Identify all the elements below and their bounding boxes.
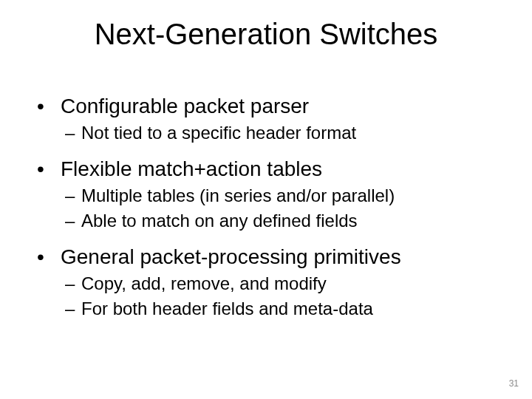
bullet-level2: – For both header fields and meta-data: [34, 298, 498, 320]
dash-icon: –: [65, 298, 81, 320]
bullet-level2: – Able to match on any defined fields: [34, 210, 498, 232]
bullet-text: Flexible match+action tables: [61, 156, 498, 182]
bullet-icon: •: [34, 93, 61, 119]
dash-icon: –: [65, 122, 81, 144]
slide: Next-Generation Switches • Configurable …: [0, 0, 532, 399]
bullet-level1: • General packet-processing primitives: [34, 244, 498, 270]
bullet-level2: – Copy, add, remove, and modify: [34, 273, 498, 295]
bullet-icon: •: [34, 244, 61, 270]
sub-bullet-text: Not tied to a specific header format: [81, 122, 498, 144]
bullet-text: General packet-processing primitives: [61, 244, 498, 270]
bullet-text: Configurable packet parser: [61, 93, 498, 119]
sub-bullet-text: Copy, add, remove, and modify: [81, 273, 498, 295]
dash-icon: –: [65, 273, 81, 295]
dash-icon: –: [65, 185, 81, 207]
bullet-group: • General packet-processing primitives –…: [34, 244, 498, 320]
page-number: 31: [509, 378, 519, 389]
bullet-group: • Configurable packet parser – Not tied …: [34, 93, 498, 144]
slide-body: • Configurable packet parser – Not tied …: [34, 87, 498, 320]
sub-bullet-text: Multiple tables (in series and/or parall…: [81, 185, 498, 207]
sub-bullet-text: Able to match on any defined fields: [81, 210, 498, 232]
bullet-level2: – Multiple tables (in series and/or para…: [34, 185, 498, 207]
bullet-group: • Flexible match+action tables – Multipl…: [34, 156, 498, 232]
bullet-level1: • Flexible match+action tables: [34, 156, 498, 182]
bullet-icon: •: [34, 156, 61, 182]
bullet-level1: • Configurable packet parser: [34, 93, 498, 119]
bullet-level2: – Not tied to a specific header format: [34, 122, 498, 144]
sub-bullet-text: For both header fields and meta-data: [81, 298, 498, 320]
dash-icon: –: [65, 210, 81, 232]
slide-title: Next-Generation Switches: [0, 18, 532, 51]
